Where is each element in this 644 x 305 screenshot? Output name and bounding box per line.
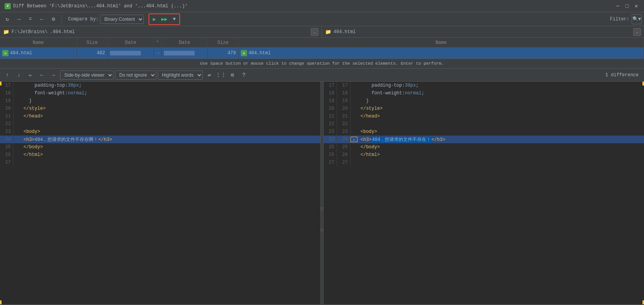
equals-button[interactable]: = bbox=[25, 14, 35, 24]
col-star: * bbox=[154, 38, 162, 47]
main-toolbar: ↻ → = ← ⚙ Compare by: Binary Content ▶ ▶… bbox=[0, 12, 644, 26]
browse-left-button[interactable]: … bbox=[311, 28, 319, 36]
arrow-cell: → bbox=[154, 48, 162, 59]
titlebar-left: ≠ Diff Between 'F:\JetBrains\...404.html… bbox=[5, 3, 188, 9]
line-content: </head> bbox=[357, 114, 644, 119]
line-content: </style> bbox=[357, 106, 644, 111]
gear-button[interactable]: ⚙ bbox=[227, 70, 237, 80]
line-num: 24 bbox=[0, 136, 13, 143]
line-gutter bbox=[350, 112, 357, 120]
prev-file-button[interactable]: ← bbox=[37, 70, 47, 80]
ignore-select[interactable]: Do not ignore bbox=[115, 70, 156, 80]
highlight-select[interactable]: Highlight words bbox=[158, 70, 203, 80]
line-num-2: 20 bbox=[337, 105, 350, 112]
line-content: </html> bbox=[20, 152, 320, 158]
line-content: <h3>404，您请求的文件不存在！</h3> bbox=[357, 136, 644, 143]
diff-pane-left[interactable]: 17 padding-top:30px; 18 font-weight:norm… bbox=[0, 82, 320, 304]
close-button[interactable]: ✕ bbox=[633, 3, 639, 9]
line-num: 23 bbox=[0, 128, 13, 136]
column-headers: Name Size Date * Date Size Name bbox=[0, 38, 644, 48]
right-size-cell: 479 bbox=[208, 48, 239, 59]
filter-toggle-button[interactable]: ▼ bbox=[169, 14, 179, 24]
next-diff-button[interactable]: → bbox=[14, 14, 24, 24]
status-bar: Use Space button or mouse click to chang… bbox=[0, 59, 644, 69]
diff-pane-right[interactable]: 17 17 padding-top:30px; 18 18 font-weigh… bbox=[324, 82, 644, 304]
filter-label: Filter: bbox=[610, 17, 629, 22]
line-content: </html> bbox=[357, 152, 644, 158]
left-file-path: 📁 F:\JetBrains\ .404.html … bbox=[0, 26, 322, 37]
line-row: 18 18 font-weight:normal; bbox=[324, 89, 644, 97]
line-row: 17 17 padding-top:30px; bbox=[324, 82, 644, 89]
browse-right-button[interactable]: … bbox=[633, 28, 641, 36]
line-row: 19 19 } bbox=[324, 97, 644, 105]
prev-diff-button[interactable]: ↑ bbox=[2, 70, 12, 80]
diff-area: 17 padding-top:30px; 18 font-weight:norm… bbox=[0, 82, 644, 304]
file-list: H 404.html 482 → 479 H 404.html bbox=[0, 48, 644, 59]
settings-button[interactable]: ⚙ bbox=[48, 14, 58, 24]
maximize-button[interactable]: □ bbox=[624, 3, 630, 9]
merge-button[interactable]: ← bbox=[37, 14, 47, 24]
line-gutter bbox=[350, 159, 357, 166]
sync-button[interactable]: ⇌ bbox=[204, 70, 214, 80]
divider-icon-1[interactable]: ⊓ bbox=[320, 206, 323, 212]
line-gutter bbox=[13, 128, 20, 136]
line-num: 19 bbox=[0, 97, 13, 105]
line-num-2: 18 bbox=[337, 89, 350, 97]
left-size-cell: 482 bbox=[77, 48, 108, 59]
right-file-name-cell: H 404.html bbox=[239, 48, 644, 59]
line-num: 17 bbox=[324, 82, 337, 89]
line-num: 18 bbox=[0, 89, 13, 97]
line-content: <body> bbox=[20, 129, 320, 134]
compare-by-select[interactable]: Binary Content bbox=[100, 15, 144, 24]
line-num: 23 bbox=[324, 136, 337, 143]
line-gutter bbox=[350, 97, 357, 105]
file-icon-left: H bbox=[2, 50, 8, 56]
line-row: 27 27 bbox=[324, 159, 644, 166]
line-content: } bbox=[357, 98, 644, 104]
line-row: 17 padding-top:30px; bbox=[0, 82, 320, 89]
line-num-2: 26 bbox=[337, 151, 350, 159]
col-size-right: Size bbox=[208, 38, 239, 47]
columns-button[interactable]: ⋮⋮ bbox=[216, 70, 226, 80]
edit-button[interactable]: ✏ bbox=[25, 70, 35, 80]
line-num-2: 27 bbox=[337, 159, 350, 166]
help-button[interactable]: ? bbox=[239, 70, 249, 80]
next-diff-nav-button[interactable]: ↓ bbox=[14, 70, 24, 80]
line-row: 26 </html> bbox=[0, 151, 320, 159]
folder-icon-left: 📁 bbox=[3, 29, 9, 35]
left-filename: 404.html bbox=[10, 50, 32, 56]
yellow-marker-top-right bbox=[642, 82, 644, 85]
line-row: 21 </head> bbox=[0, 112, 320, 120]
line-row: 25 25 </body> bbox=[324, 143, 644, 151]
line-num: 21 bbox=[0, 112, 13, 120]
next-file-button[interactable]: → bbox=[48, 70, 58, 80]
play-all-button[interactable]: ▶▶ bbox=[159, 14, 169, 24]
line-row: 27 bbox=[0, 159, 320, 166]
line-num: 20 bbox=[324, 105, 337, 112]
refresh-button[interactable]: ↻ bbox=[2, 14, 12, 24]
divider-icon-2[interactable]: ⊓ bbox=[320, 228, 323, 233]
line-content: font-weight:normal; bbox=[20, 90, 320, 96]
left-file-name-cell: H 404.html bbox=[0, 48, 77, 59]
view-mode-select[interactable]: Side-by-side viewer bbox=[60, 70, 113, 80]
col-name-right: Name bbox=[239, 38, 644, 47]
yellow-marker-bottom-left bbox=[0, 300, 2, 304]
line-row-changed: 23 24 ↵ <h3>404，您请求的文件不存在！</h3> bbox=[324, 136, 644, 143]
status-text: Use Space button or mouse click to chang… bbox=[200, 61, 444, 66]
table-row[interactable]: H 404.html 482 → 479 H 404.html bbox=[0, 48, 644, 59]
line-content: padding-top:30px; bbox=[357, 83, 644, 88]
line-num: 22 bbox=[0, 120, 13, 128]
line-num-2: 23 bbox=[337, 128, 350, 136]
line-row-changed: 24 <h3>404，您请求的文件不存在啊！</h3> bbox=[0, 136, 320, 143]
line-content: </style> bbox=[20, 106, 320, 111]
minimize-button[interactable]: ─ bbox=[615, 3, 621, 9]
filter-dropdown-button[interactable]: 🔍▼ bbox=[632, 14, 642, 24]
play-btn-group: ▶ ▶▶ ▼ bbox=[148, 13, 180, 25]
yellow-marker-bottom-right bbox=[642, 300, 644, 304]
filter-search-icon: 🔍▼ bbox=[632, 16, 641, 22]
play-button[interactable]: ▶ bbox=[149, 14, 159, 24]
line-num-2: 22 bbox=[337, 120, 350, 128]
line-gutter bbox=[350, 82, 357, 89]
line-content: </body> bbox=[357, 144, 644, 150]
line-row: 20 </style> bbox=[0, 105, 320, 112]
